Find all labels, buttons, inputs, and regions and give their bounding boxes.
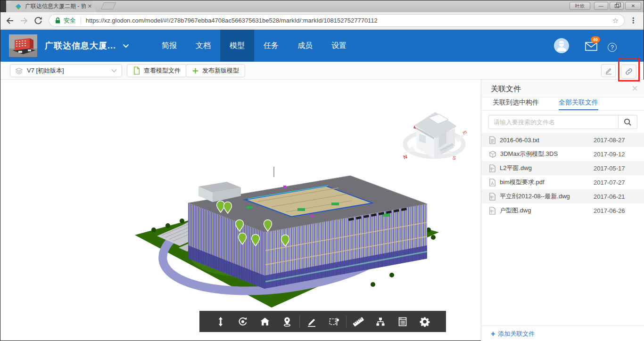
- file-search-input[interactable]: [489, 115, 618, 129]
- window-frame-corner: [0, 0, 6, 12]
- file-name: 平立剖2012-08--最新.dwg: [500, 192, 594, 201]
- pdf-file-icon: [489, 179, 496, 187]
- view-cube-house[interactable]: N S E: [399, 106, 469, 163]
- tab-title: 广联达信息大厦二期 - 协: [25, 2, 86, 10]
- file-search-button[interactable]: [618, 115, 637, 129]
- viewer-settings-button[interactable]: [414, 311, 436, 332]
- plus-icon: +: [491, 330, 495, 338]
- project-title-dropdown[interactable]: 广联达信息大厦...: [45, 30, 129, 62]
- view-model-files-button[interactable]: 查看模型文件: [127, 64, 187, 77]
- url-omnibox[interactable]: 安全 https://xz.glodon.com/model/#!/278b79…: [49, 14, 625, 27]
- browser-window: 广联达信息大厦二期 - 协 ✕ 叶欣 — ✕ 安全 https:: [0, 0, 644, 341]
- back-button[interactable]: [5, 16, 15, 25]
- structure-tree-button[interactable]: [370, 311, 392, 332]
- annotate-tool-button[interactable]: [301, 311, 323, 332]
- forward-arrow-icon: [21, 18, 27, 24]
- list-view-button[interactable]: [392, 311, 414, 332]
- chevron-down-icon: [111, 69, 117, 73]
- link-files-button[interactable]: [621, 65, 636, 79]
- orbit-icon: [238, 317, 248, 327]
- publish-new-version-button[interactable]: 发布新版模型: [186, 64, 245, 77]
- add-linked-file-button[interactable]: + 添加关联文件: [481, 325, 644, 341]
- help-icon[interactable]: ?: [608, 43, 617, 52]
- file-name: L2平面.dwg: [500, 164, 594, 172]
- marker-pen-icon: [306, 317, 317, 327]
- publish-new-version-label: 发布新版模型: [202, 66, 239, 75]
- back-arrow-icon: [7, 18, 13, 24]
- browser-tab[interactable]: 广联达信息大厦二期 - 协 ✕: [6, 0, 97, 12]
- dwg-file-icon: [489, 193, 496, 201]
- gear-icon: [420, 317, 430, 327]
- orbit-tool-button[interactable]: [232, 311, 254, 332]
- measure-tool-button[interactable]: [347, 311, 370, 332]
- project-thumbnail[interactable]: [9, 34, 37, 57]
- model-3d-view[interactable]: [128, 158, 448, 314]
- add-linked-file-label: 添加关联文件: [498, 330, 535, 338]
- dwg-file-icon: [489, 164, 496, 172]
- nav-item-model[interactable]: 模型: [220, 30, 254, 62]
- panel-close-icon[interactable]: ×: [632, 82, 638, 95]
- file-row[interactable]: 户型图.dwg 2017-06-26: [481, 203, 644, 218]
- nav-item-tasks[interactable]: 任务: [254, 30, 288, 62]
- refresh-button[interactable]: [33, 16, 43, 25]
- project-title: 广联达信息大厦...: [45, 40, 116, 51]
- file-row[interactable]: bim模型要求.pdf 2017-07-27: [481, 175, 644, 189]
- file-row[interactable]: 3DMax示例模型.3DS 2017-09-12: [481, 147, 644, 161]
- txt-file-icon: [489, 136, 496, 144]
- section-tool-button[interactable]: [323, 311, 345, 332]
- browser-menu-icon[interactable]: ⋮: [629, 16, 637, 25]
- browser-addressbar: 安全 https://xz.glodon.com/model/#!/278b79…: [0, 12, 644, 30]
- layers-icon: [15, 67, 23, 75]
- viewer-toolbar: [199, 311, 446, 332]
- new-tab-button[interactable]: [101, 2, 116, 9]
- file-date: 2017-08-27: [594, 137, 637, 144]
- window-controls: 叶欣 — ✕: [570, 2, 641, 10]
- 3d-model-file-icon: [489, 150, 496, 158]
- panel-title-row: 关联文件 ×: [481, 80, 644, 97]
- tab-close-icon[interactable]: ✕: [88, 3, 92, 9]
- chevron-down-icon: [123, 44, 129, 48]
- url-text[interactable]: https://xz.glodon.com/model/#!/278b7967e…: [86, 17, 609, 24]
- nav-item-settings[interactable]: 设置: [322, 30, 356, 62]
- file-name: 户型图.dwg: [500, 206, 594, 215]
- panel-tabs: 关联到选中构件 全部关联文件: [481, 97, 644, 111]
- file-date: 2017-06-21: [594, 193, 637, 200]
- structure-tree-icon: [375, 317, 386, 327]
- file-row[interactable]: L2平面.dwg 2017-05-17: [481, 161, 644, 175]
- edit-mark-button[interactable]: [601, 64, 616, 77]
- file-row[interactable]: 平立剖2012-08--最新.dwg 2017-06-21: [481, 189, 644, 203]
- elevation-tool-button[interactable]: [210, 311, 232, 332]
- list-view-icon: [397, 317, 408, 327]
- placemark-tool-button[interactable]: [276, 311, 298, 332]
- nav-item-documents[interactable]: 文档: [186, 30, 220, 62]
- elevation-icon: [215, 317, 226, 327]
- file-name: 3DMax示例模型.3DS: [500, 150, 594, 158]
- nav-item-briefing[interactable]: 简报: [152, 30, 186, 62]
- search-icon: [624, 118, 632, 126]
- mail-icon[interactable]: [585, 42, 597, 51]
- home-icon: [260, 317, 270, 327]
- file-row[interactable]: 2016-06-03.txt 2017-08-27: [481, 133, 644, 147]
- bookmark-star-icon[interactable]: ☆: [612, 16, 619, 25]
- mail-badge: 40: [591, 36, 600, 43]
- dwg-file-icon: [489, 207, 496, 215]
- home-view-button[interactable]: [254, 311, 276, 332]
- section-box-icon: [329, 317, 339, 327]
- plus-icon: [192, 67, 199, 74]
- file-name: 2016-06-03.txt: [500, 137, 594, 144]
- link-icon: [625, 67, 633, 76]
- panel-title: 关联文件: [491, 84, 521, 94]
- nav-item-members[interactable]: 成员: [288, 30, 322, 62]
- security-label[interactable]: 安全: [64, 16, 76, 25]
- header-right-controls: 40 ?: [549, 30, 644, 62]
- close-button[interactable]: ✕: [625, 2, 641, 10]
- tab-all-linked-files[interactable]: 全部关联文件: [559, 98, 598, 110]
- forward-button[interactable]: [19, 16, 29, 25]
- tab-linked-to-selected[interactable]: 关联到选中构件: [493, 98, 539, 110]
- restore-button[interactable]: [610, 2, 624, 10]
- version-select[interactable]: V7 [初始版本]: [10, 64, 122, 77]
- user-avatar[interactable]: [554, 38, 569, 53]
- ime-button[interactable]: 叶欣: [570, 2, 590, 10]
- model-viewport[interactable]: N S E: [0, 80, 481, 341]
- minimize-button[interactable]: —: [594, 2, 608, 10]
